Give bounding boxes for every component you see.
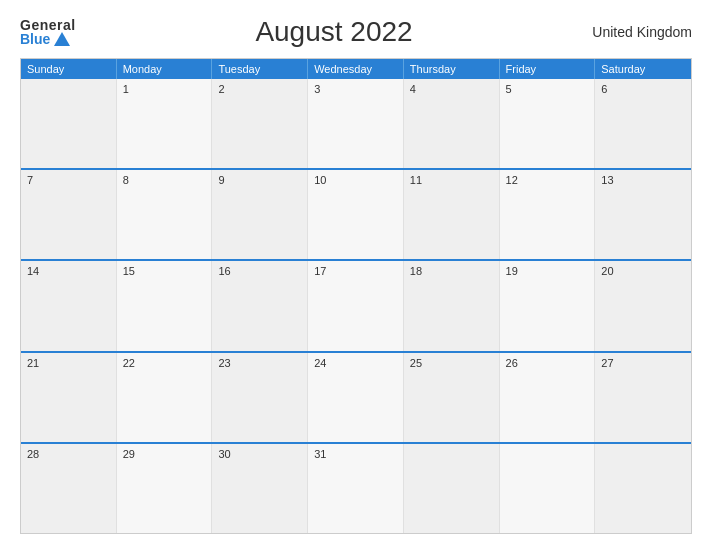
day-number: 8 bbox=[123, 174, 129, 186]
day-header-monday: Monday bbox=[117, 59, 213, 79]
week-row-1: 78910111213 bbox=[21, 168, 691, 259]
day-cell-w2-d1: 15 bbox=[117, 261, 213, 350]
day-number: 15 bbox=[123, 265, 135, 277]
day-number: 2 bbox=[218, 83, 224, 95]
day-number: 26 bbox=[506, 357, 518, 369]
day-number: 22 bbox=[123, 357, 135, 369]
day-cell-w0-d0 bbox=[21, 79, 117, 168]
day-cell-w0-d4: 4 bbox=[404, 79, 500, 168]
day-number: 3 bbox=[314, 83, 320, 95]
day-cell-w3-d6: 27 bbox=[595, 353, 691, 442]
day-cell-w3-d2: 23 bbox=[212, 353, 308, 442]
day-cell-w1-d3: 10 bbox=[308, 170, 404, 259]
week-row-0: 123456 bbox=[21, 79, 691, 168]
day-cell-w1-d0: 7 bbox=[21, 170, 117, 259]
day-cell-w3-d4: 25 bbox=[404, 353, 500, 442]
day-number: 29 bbox=[123, 448, 135, 460]
day-number: 23 bbox=[218, 357, 230, 369]
day-cell-w3-d5: 26 bbox=[500, 353, 596, 442]
day-number: 18 bbox=[410, 265, 422, 277]
day-cell-w4-d6 bbox=[595, 444, 691, 533]
day-cell-w0-d2: 2 bbox=[212, 79, 308, 168]
day-number: 11 bbox=[410, 174, 422, 186]
logo: General Blue bbox=[20, 18, 76, 47]
day-number: 20 bbox=[601, 265, 613, 277]
day-cell-w1-d2: 9 bbox=[212, 170, 308, 259]
day-number: 17 bbox=[314, 265, 326, 277]
day-header-sunday: Sunday bbox=[21, 59, 117, 79]
day-cell-w2-d2: 16 bbox=[212, 261, 308, 350]
day-header-tuesday: Tuesday bbox=[212, 59, 308, 79]
day-cell-w4-d2: 30 bbox=[212, 444, 308, 533]
day-cell-w2-d5: 19 bbox=[500, 261, 596, 350]
day-cell-w4-d3: 31 bbox=[308, 444, 404, 533]
day-number: 1 bbox=[123, 83, 129, 95]
day-cell-w4-d5 bbox=[500, 444, 596, 533]
calendar-grid: Sunday Monday Tuesday Wednesday Thursday… bbox=[20, 58, 692, 534]
day-cell-w3-d0: 21 bbox=[21, 353, 117, 442]
day-number: 24 bbox=[314, 357, 326, 369]
day-cell-w1-d5: 12 bbox=[500, 170, 596, 259]
day-cell-w1-d1: 8 bbox=[117, 170, 213, 259]
day-cell-w4-d4 bbox=[404, 444, 500, 533]
week-row-3: 21222324252627 bbox=[21, 351, 691, 442]
day-cell-w3-d3: 24 bbox=[308, 353, 404, 442]
day-header-thursday: Thursday bbox=[404, 59, 500, 79]
day-cell-w3-d1: 22 bbox=[117, 353, 213, 442]
day-cell-w0-d5: 5 bbox=[500, 79, 596, 168]
day-header-wednesday: Wednesday bbox=[308, 59, 404, 79]
day-number: 12 bbox=[506, 174, 518, 186]
day-cell-w0-d1: 1 bbox=[117, 79, 213, 168]
day-cell-w1-d4: 11 bbox=[404, 170, 500, 259]
logo-triangle-icon bbox=[54, 32, 70, 46]
day-number: 30 bbox=[218, 448, 230, 460]
region-label: United Kingdom bbox=[592, 24, 692, 40]
day-number: 5 bbox=[506, 83, 512, 95]
day-cell-w4-d0: 28 bbox=[21, 444, 117, 533]
day-header-friday: Friday bbox=[500, 59, 596, 79]
day-number: 6 bbox=[601, 83, 607, 95]
calendar-page: General Blue August 2022 United Kingdom … bbox=[0, 0, 712, 550]
logo-general-text: General bbox=[20, 18, 76, 32]
day-cell-w2-d0: 14 bbox=[21, 261, 117, 350]
day-number: 25 bbox=[410, 357, 422, 369]
day-number: 27 bbox=[601, 357, 613, 369]
day-number: 21 bbox=[27, 357, 39, 369]
week-row-2: 14151617181920 bbox=[21, 259, 691, 350]
day-number: 19 bbox=[506, 265, 518, 277]
day-cell-w0-d6: 6 bbox=[595, 79, 691, 168]
day-number: 14 bbox=[27, 265, 39, 277]
day-number: 28 bbox=[27, 448, 39, 460]
day-cell-w2-d4: 18 bbox=[404, 261, 500, 350]
day-header-saturday: Saturday bbox=[595, 59, 691, 79]
day-number: 4 bbox=[410, 83, 416, 95]
day-number: 31 bbox=[314, 448, 326, 460]
day-number: 9 bbox=[218, 174, 224, 186]
day-cell-w1-d6: 13 bbox=[595, 170, 691, 259]
header: General Blue August 2022 United Kingdom bbox=[20, 16, 692, 48]
day-cell-w2-d6: 20 bbox=[595, 261, 691, 350]
day-cell-w0-d3: 3 bbox=[308, 79, 404, 168]
day-cell-w2-d3: 17 bbox=[308, 261, 404, 350]
day-headers: Sunday Monday Tuesday Wednesday Thursday… bbox=[21, 59, 691, 79]
day-cell-w4-d1: 29 bbox=[117, 444, 213, 533]
logo-blue-container: Blue bbox=[20, 32, 70, 47]
week-row-4: 28293031 bbox=[21, 442, 691, 533]
day-number: 10 bbox=[314, 174, 326, 186]
day-number: 7 bbox=[27, 174, 33, 186]
day-number: 16 bbox=[218, 265, 230, 277]
logo-blue-text: Blue bbox=[20, 32, 50, 46]
month-title: August 2022 bbox=[255, 16, 412, 48]
weeks-container: 1234567891011121314151617181920212223242… bbox=[21, 79, 691, 533]
day-number: 13 bbox=[601, 174, 613, 186]
